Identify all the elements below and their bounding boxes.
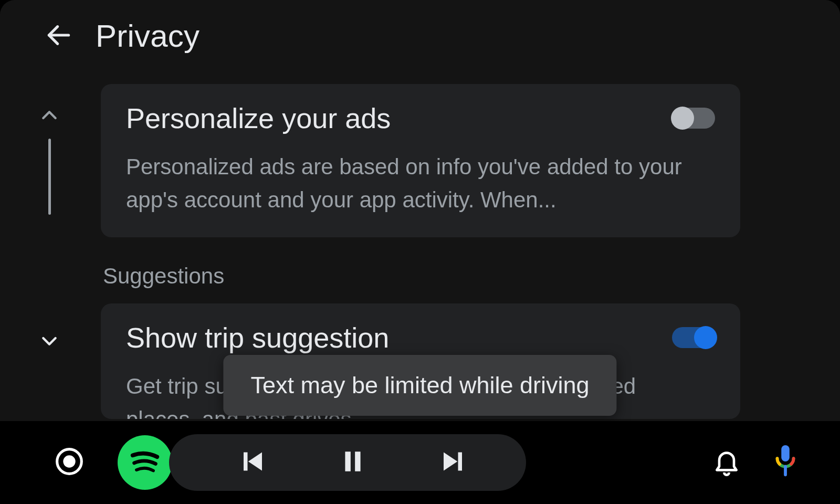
previous-track-button[interactable] [228,439,275,486]
play-pause-button[interactable] [329,439,376,486]
media-cluster [118,434,526,491]
header: Privacy [0,0,840,70]
setting-personalize-ads[interactable]: Personalize your ads Personalized ads ar… [101,84,740,237]
toggle-personalize-ads[interactable] [672,108,715,129]
home-button[interactable] [52,446,86,479]
system-bar [0,421,840,504]
microphone-icon [773,444,798,481]
svg-point-2 [63,455,75,467]
chevron-up-icon [39,119,60,128]
toggle-trip-suggestion[interactable] [672,327,715,348]
arrow-left-icon [44,20,74,52]
spotify-icon [127,443,163,482]
setting-label: Personalize your ads [126,102,391,134]
skip-next-icon [438,446,470,479]
toggle-thumb [671,107,694,130]
bell-icon [712,447,741,478]
scroll-up-button[interactable] [39,105,60,128]
skip-previous-icon [236,446,267,479]
section-heading-suggestions: Suggestions [103,264,740,289]
media-controls [169,434,526,491]
setting-label: Show trip suggestion [126,321,389,354]
driving-toast: Text may be limited while driving [223,355,616,416]
back-button[interactable] [43,20,75,52]
pause-icon [340,448,366,477]
scroll-down-button[interactable] [39,330,60,353]
notifications-button[interactable] [712,447,741,478]
svg-rect-4 [355,452,360,471]
setting-description: Personalized ads are based on info you'v… [126,150,686,216]
scroll-rail [39,105,60,353]
voice-assistant-button[interactable] [773,444,798,481]
next-track-button[interactable] [430,439,478,486]
circle-dot-icon [55,447,84,478]
toast-text: Text may be limited while driving [250,372,589,398]
toggle-thumb [694,326,717,349]
chevron-down-icon [39,344,60,353]
page-title: Privacy [96,18,200,54]
settings-screen: Privacy Personalize your ads Person [0,0,840,504]
scroll-track [48,139,51,215]
svg-rect-3 [345,452,350,471]
svg-rect-5 [781,445,790,461]
media-app-button[interactable] [118,435,172,490]
